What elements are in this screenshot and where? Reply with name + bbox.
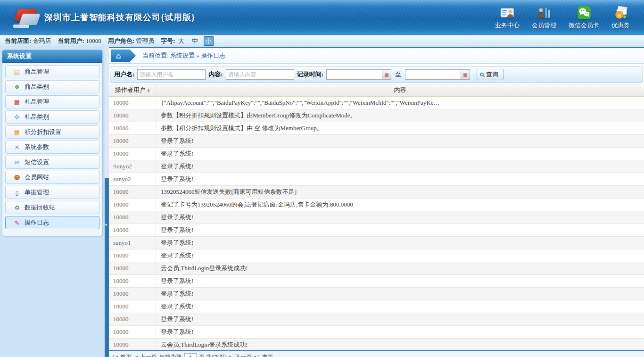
first-page-icon[interactable]: |◀: [113, 355, 118, 357]
sidebar-item-member-site[interactable]: ☻ 会员网站: [5, 171, 99, 184]
wechat-member-card-icon: [577, 6, 591, 20]
cell-operator: 10000: [109, 326, 156, 338]
main-layout: 系统设置 ▤ 商品管理 ❖ 商品类别 ▩ 礼品管理 ✣ 礼品类别 ▦ 积分折扣设…: [0, 47, 644, 357]
cell-content: 登录了系统!: [156, 160, 644, 173]
cell-content: 登录了系统!: [156, 211, 644, 224]
cell-content: 参数【积分折扣规则设置模式】由MemberGroup修改为ComplicateM…: [156, 109, 644, 122]
sort-icon: ▲▼: [148, 88, 150, 92]
table-row[interactable]: 10000 参数【积分折扣规则设置模式】由 空 修改为MemberGroup。: [109, 122, 644, 135]
sidebar-item-sms-settings[interactable]: ✉ 短信设置: [5, 156, 99, 169]
nav-business-center[interactable]: 业务中心: [495, 6, 520, 30]
cell-content: 登录了系统!: [156, 326, 644, 338]
nav-member-management[interactable]: 会员管理: [532, 6, 556, 30]
date-from-input[interactable]: [327, 70, 382, 79]
calendar-icon[interactable]: ▦: [461, 70, 470, 79]
points-discount-icon: ▦: [13, 129, 21, 136]
breadcrumb-section: 系统设置: [170, 52, 195, 59]
cell-content: 参数【积分折扣规则设置模式】由 空 修改为MemberGroup。: [156, 122, 644, 134]
search-button[interactable]: 查询: [477, 69, 504, 80]
font-size-button[interactable]: 小: [204, 36, 214, 46]
first-page-button[interactable]: 首页: [120, 353, 132, 357]
table-row[interactable]: 10000 登录了系统!: [109, 211, 644, 224]
table-body: 10000 {"AlipayAccount":"","BaiduPayKey":…: [109, 97, 644, 350]
content-input[interactable]: [226, 69, 294, 80]
table-row[interactable]: 10000 云会员,ThirdLogin登录系统成功!: [109, 339, 644, 350]
table-row[interactable]: 10000 云会员,ThirdLogin登录系统成功!: [109, 262, 644, 275]
operation-log-icon: ✎: [13, 219, 21, 226]
sidebar-item-goods-category[interactable]: ❖ 商品类别: [5, 80, 99, 93]
sidebar-splitter[interactable]: ◂: [105, 47, 109, 357]
table-row[interactable]: 10000 {"AlipayAccount":"","BaiduPayKey":…: [109, 97, 644, 109]
sidebar-item-bill-management[interactable]: ▯ 单据管理: [5, 186, 99, 199]
cell-content: 登录了系统!: [156, 173, 644, 185]
table-row[interactable]: 10000 登录了系统!: [109, 224, 644, 237]
last-page-button[interactable]: 末页: [262, 353, 273, 357]
table-row[interactable]: 10000 登录了系统!: [109, 148, 644, 160]
table-row[interactable]: 10000 登录了系统!: [109, 326, 644, 339]
cell-operator: 10000: [109, 135, 156, 147]
cell-content: 云会员,ThirdLogin登录系统成功!: [156, 262, 644, 274]
font-size-button[interactable]: 中: [190, 36, 200, 46]
search-icon: [480, 73, 484, 76]
last-page-icon[interactable]: ▶|: [254, 355, 259, 357]
username-input[interactable]: [137, 69, 206, 80]
store-label: 当前店面:: [5, 37, 31, 44]
cell-operator: 10000: [109, 313, 156, 325]
prev-page-icon[interactable]: ◀: [134, 355, 138, 357]
bill-management-icon: ▯: [13, 189, 21, 196]
table-row[interactable]: 10000 登录了系统!: [109, 300, 644, 313]
sidebar-item-system-params[interactable]: ✕ 系统参数: [5, 141, 99, 154]
sidebar-item-goods-management[interactable]: ▤ 商品管理: [5, 65, 99, 78]
sidebar-item-gift-management[interactable]: ▩ 礼品管理: [5, 95, 99, 108]
gift-category-icon: ✣: [13, 114, 21, 121]
table-row[interactable]: 10000 13920524060短信发送失败[商家可用短信条数不足]: [109, 186, 644, 199]
sidebar-item-gift-category[interactable]: ✣ 礼品类别: [5, 110, 99, 124]
record-time-label: 记录时间:: [297, 70, 323, 79]
table-row[interactable]: 10000 登录了系统!: [109, 249, 644, 262]
sidebar-items: ▤ 商品管理 ❖ 商品类别 ▩ 礼品管理 ✣ 礼品类别 ▦ 积分折扣设置 ✕ 系…: [2, 63, 102, 229]
table-row[interactable]: 10000 登录了系统!: [109, 313, 644, 326]
status-bar: 当前店面: 金玛店 当前用户: 10000 用户角色: 管理员 字号: 大中小: [0, 35, 644, 47]
font-size-switcher: 大中小: [176, 36, 214, 46]
table-row[interactable]: 10000 登录了系统!: [109, 135, 644, 148]
breadcrumb: ⌂ 当前位置: 系统设置 » 操作日志: [109, 48, 644, 64]
nav-coupon[interactable]: e 优惠券: [611, 6, 630, 30]
table-row[interactable]: sunyo2 登录了系统!: [109, 173, 644, 186]
cell-operator: sunyo2: [109, 173, 156, 185]
home-icon[interactable]: ⌂: [111, 50, 136, 62]
nav-wechat-member-card[interactable]: 微信会员卡: [569, 6, 599, 30]
cell-operator: 10000: [109, 211, 156, 224]
calendar-icon[interactable]: ▦: [382, 70, 391, 79]
next-page-icon[interactable]: ▶: [229, 355, 233, 357]
sidebar-item-operation-log[interactable]: ✎ 操作日志: [5, 216, 99, 229]
sidebar-item-points-discount[interactable]: ▦ 积分折扣设置: [5, 125, 99, 139]
date-to-input[interactable]: [405, 70, 461, 79]
collapse-left-icon[interactable]: ◂: [105, 223, 107, 227]
table-row[interactable]: 10000 登录了系统!: [109, 275, 644, 288]
table-row[interactable]: Sunyo2 登录了系统!: [109, 160, 644, 173]
table-row[interactable]: 10000 参数【积分折扣规则设置模式】由MemberGroup修改为Compl…: [109, 109, 644, 122]
next-page-button[interactable]: 下一页: [235, 353, 252, 357]
filter-bar: 用户名: 内容: 记录时间: ▦ 至 ▦ 查询: [110, 66, 643, 83]
sidebar-item-data-recycle[interactable]: ♻ 数据回收站: [5, 201, 99, 214]
prev-page-button[interactable]: 上一页: [140, 353, 157, 357]
font-size-label: 字号:: [161, 37, 175, 45]
sms-settings-icon: ✉: [13, 159, 21, 166]
splitter-thumb[interactable]: [105, 178, 109, 357]
business-center-icon: [500, 6, 514, 20]
font-size-button[interactable]: 大: [176, 36, 186, 46]
cell-operator: sunyo1: [109, 237, 156, 249]
cell-content: 登录了系统!: [156, 288, 644, 300]
cell-operator: 10000: [109, 339, 156, 350]
column-operator[interactable]: 操作者用户 ▲▼: [109, 84, 156, 96]
cell-operator: 10000: [109, 300, 156, 313]
coupon-icon: e: [614, 6, 628, 20]
pagination-bar: |◀ 首页 ◀ 上一页 当前为第 页 共67(页) ▶ 下一页 ▶| 末页: [109, 350, 644, 357]
cell-content: 登录了系统!: [156, 300, 644, 313]
table-row[interactable]: 10000 登记了卡号为13920524060的会员;登记店面:金玛店;售卡金额…: [109, 199, 644, 211]
table-row[interactable]: 10000 登录了系统!: [109, 288, 644, 300]
date-to-label: 至: [395, 70, 401, 79]
page-number-input[interactable]: [184, 353, 197, 357]
cell-content: {"AlipayAccount":"","BaiduPayKey":"","Ba…: [156, 97, 644, 109]
table-row[interactable]: sunyo1 登录了系统!: [109, 237, 644, 249]
